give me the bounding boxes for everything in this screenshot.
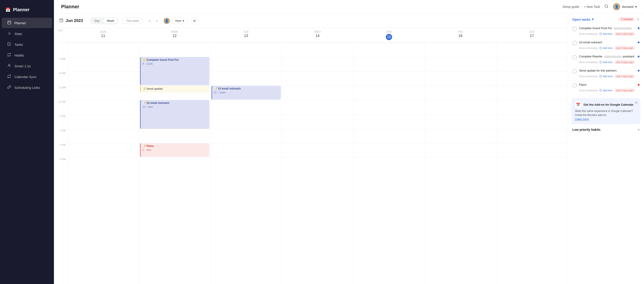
day-headers: UTC Sun 11 Mon 12 Tue 13 Wed <box>54 28 568 43</box>
task-check-piano[interactable] <box>572 83 577 88</box>
task-add-time-piano[interactable]: Add time <box>599 89 612 92</box>
gcal-learn-more-link[interactable]: Learn more <box>575 118 589 121</box>
task-status-piano: Done scheduling <box>579 89 598 92</box>
task-dot-piano <box>638 84 640 86</box>
sidebar-logo[interactable]: 📅 Planner <box>0 4 54 18</box>
calendar-icon: 📅 <box>6 7 10 12</box>
low-priority-label: Low priority habits <box>572 128 600 132</box>
calendar-nav-arrows: ‹ › <box>146 18 160 24</box>
event-complete-guest-post[interactable]: ⭐Complete Guest Post For 9 – 11am <box>140 57 210 85</box>
next-week-button[interactable]: › <box>154 18 160 24</box>
time-4pm: 4 PM <box>54 157 68 172</box>
time-2pm: 2 PM <box>54 129 68 143</box>
sidebar-item-stats[interactable]: Stats <box>2 28 52 39</box>
sidebar: 📅 Planner Planner Stats Tasks Habits <box>0 0 54 284</box>
task-item-send-update: Send update for link partners Done sched… <box>568 66 644 81</box>
overdue-badge: 7 overdue <box>618 17 635 21</box>
sidebar-item-smart-1on1[interactable]: Smart 1:1s <box>2 61 52 71</box>
calendar-toolbar: Jun 2023 Day Week This week ‹ › 👤 View ▾ <box>54 14 568 28</box>
sidebar-item-smart-1on1-label: Smart 1:1s <box>14 64 31 68</box>
sidebar-item-scheduling-links[interactable]: Scheduling Links <box>2 82 52 93</box>
task-item-email-outreach: 10 email outreach Done scheduling Add ti… <box>568 38 644 52</box>
calendar-sync-icon <box>7 74 11 79</box>
calendar-area: Jun 2023 Day Week This week ‹ › 👤 View ▾ <box>54 14 568 284</box>
task-status-send-update: Done scheduling <box>579 75 598 78</box>
sidebar-item-calendar-sync[interactable]: Calendar Sync <box>2 72 52 82</box>
task-item-complete-rewrite: Complete Rewrite assistant Done scheduli… <box>568 52 644 66</box>
day-header-sun: Sun 11 <box>68 28 139 42</box>
time-10am: 10 AM <box>54 71 68 86</box>
view-button[interactable]: View ▾ <box>172 17 188 24</box>
open-tasks-header: Open tasks ▾ 7 overdue ⇅ <box>568 17 644 24</box>
search-icon[interactable] <box>604 4 608 9</box>
sidebar-item-stats-label: Stats <box>14 32 22 36</box>
scheduling-links-icon <box>7 85 11 90</box>
view-avatar: 👤 <box>164 18 170 24</box>
gcal-promo-close-button[interactable]: ✕ <box>635 101 638 105</box>
account-button[interactable]: 👤 Account ▾ <box>613 3 637 10</box>
sidebar-item-tasks[interactable]: Tasks <box>2 39 52 50</box>
open-tasks-label[interactable]: Open tasks ▾ <box>572 17 594 21</box>
day-header-mon: Mon 12 <box>139 28 210 42</box>
sidebar-item-planner[interactable]: Planner <box>2 18 52 28</box>
calendar-grid: UTC Sun 11 Mon 12 Tue 13 Wed <box>54 28 568 284</box>
day-col-wed[interactable] <box>282 43 353 284</box>
header-actions: Setup guide + New Task 👤 Account ▾ <box>562 3 637 10</box>
task-add-time-send-update[interactable]: Add time <box>599 75 612 78</box>
prev-week-button[interactable]: ‹ <box>146 18 153 24</box>
time-3pm: 3 PM <box>54 143 68 157</box>
task-dot-complete-guest-post <box>638 27 640 29</box>
right-panel: Open tasks ▾ 7 overdue ⇅ Complete Guest … <box>568 14 644 284</box>
habits-icon <box>7 53 11 58</box>
day-col-fri[interactable] <box>425 43 496 284</box>
svg-point-7 <box>8 64 10 65</box>
sidebar-item-habits[interactable]: Habits <box>2 50 52 60</box>
svg-rect-0 <box>8 21 11 24</box>
day-week-toggle: Day Week <box>90 17 118 24</box>
sidebar-item-planner-label: Planner <box>14 21 26 25</box>
smart-1on1-icon <box>7 63 11 68</box>
task-check-complete-rewrite[interactable] <box>572 55 577 59</box>
day-col-tue[interactable]: 📝10 email outreach 11 – 12pm <box>210 43 282 284</box>
task-check-send-update[interactable] <box>572 69 577 74</box>
low-priority-header[interactable]: Low priority habits ▾ <box>572 128 640 132</box>
task-check-email-outreach[interactable] <box>572 41 577 45</box>
task-item-complete-guest-post: Complete Guest Post For Done scheduling … <box>568 24 644 38</box>
new-task-button[interactable]: + New Task <box>584 5 600 8</box>
task-due-complete-rewrite: due 3 days ago <box>614 60 635 64</box>
task-check-complete-guest-post[interactable] <box>572 27 577 31</box>
task-add-time-complete-guest-post[interactable]: Add time <box>599 32 612 35</box>
time-1pm: 1 PM <box>54 114 68 129</box>
task-due-send-update: due 3 days ago <box>614 74 635 78</box>
setup-guide-button[interactable]: Setup guide <box>562 5 579 8</box>
day-col-sat[interactable] <box>496 43 568 284</box>
event-email-outreach-tue[interactable]: 📝10 email outreach 11 – 12pm <box>212 86 281 100</box>
task-status-complete-guest-post: Done scheduling <box>579 32 598 35</box>
task-item-piano: Piano Done scheduling Add time due 3 day… <box>568 81 644 95</box>
day-col-thu[interactable] <box>353 43 425 284</box>
task-add-time-email-outreach[interactable]: Add time <box>599 47 612 49</box>
day-col-sun[interactable] <box>68 43 139 284</box>
day-col-mon[interactable]: ⭐Complete Guest Post For 9 – 11am 📝Send … <box>139 43 210 284</box>
svg-line-9 <box>607 7 608 8</box>
task-add-time-complete-rewrite[interactable]: Add time <box>599 61 612 63</box>
sort-icon[interactable]: ⇅ <box>637 17 640 21</box>
day-toggle-button[interactable]: Day <box>91 18 103 23</box>
sidebar-navigation: Planner Stats Tasks Habits Smart 1:1s <box>0 18 54 93</box>
event-piano-mon[interactable]: 📝Piano 3 – 4pm <box>140 143 210 157</box>
gcal-icon: 📅 <box>575 101 581 108</box>
this-week-button[interactable]: This week <box>122 17 143 24</box>
task-title-blur <box>614 27 632 30</box>
expand-button[interactable]: ⊞ <box>191 17 198 24</box>
top-header: Planner Setup guide + New Task 👤 Account… <box>54 0 644 14</box>
time-11am: 11 AM <box>54 86 68 100</box>
event-send-update[interactable]: 📝Send update <box>140 86 210 92</box>
week-toggle-button[interactable]: Week <box>103 18 118 23</box>
sidebar-logo-label: Planner <box>13 7 30 12</box>
main-content: Planner Setup guide + New Task 👤 Account… <box>54 0 644 284</box>
tasks-icon <box>7 42 11 47</box>
event-email-outreach-mon[interactable]: 📝10 email outreach 12 – 2pm <box>140 100 210 129</box>
sidebar-item-scheduling-links-label: Scheduling Links <box>14 86 40 90</box>
gcal-promo: ✕ 📅 Get the Add-on for Google Calendar W… <box>572 98 640 124</box>
task-status-complete-rewrite: Done scheduling <box>579 61 598 63</box>
